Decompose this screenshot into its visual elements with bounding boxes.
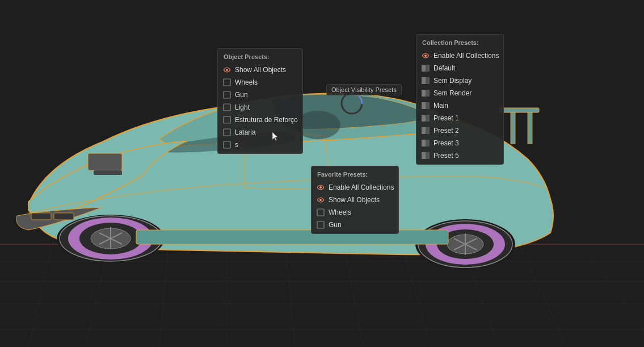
fav-wheels-item[interactable]: Wheels [312, 206, 398, 219]
svg-rect-46 [224, 91, 230, 98]
fav-wheels-label: Wheels [329, 208, 351, 216]
render-icon-sem-display [421, 76, 430, 85]
collection-icon-s [222, 140, 231, 149]
svg-rect-47 [224, 104, 230, 111]
svg-rect-45 [224, 79, 230, 86]
collection-icon-fav-gun [316, 220, 325, 229]
svg-rect-61 [422, 115, 426, 122]
collection-icon-gun [222, 90, 231, 99]
wheels-label: Wheels [235, 78, 258, 86]
svg-point-68 [319, 186, 322, 189]
collection-icon-fav-wheels [316, 208, 325, 217]
collection-presets-menu: Collection Presets: Enable All Collectio… [416, 34, 504, 165]
render-icon-sem-render [421, 89, 430, 98]
object-presets-menu: Object Presets: Show All Objects Wheels … [217, 48, 303, 154]
estrutura-item[interactable]: Estrutura de Reforço [218, 114, 302, 126]
svg-rect-21 [54, 213, 74, 220]
svg-rect-63 [422, 127, 426, 134]
svg-rect-19 [94, 170, 122, 175]
collection-icon-lataria [222, 128, 231, 137]
default-label: Default [433, 64, 455, 72]
render-icon-main [421, 101, 430, 110]
collection-presets-header: Collection Presets: [416, 37, 503, 49]
eye-icon [222, 65, 231, 74]
svg-rect-41 [136, 230, 448, 244]
fav-gun-label: Gun [329, 221, 342, 229]
estrutura-label: Estrutura de Reforço [235, 116, 298, 124]
favorite-presets-header: Favorite Presets: [312, 169, 398, 181]
svg-rect-70 [317, 209, 324, 216]
svg-point-69 [319, 199, 322, 201]
enable-all-collections-item[interactable]: Enable All Collections [416, 49, 503, 62]
preset2-label: Preset 2 [433, 127, 459, 135]
fav-enable-all-item[interactable]: Enable All Collections [312, 181, 398, 194]
default-item[interactable]: Default [416, 62, 503, 74]
svg-rect-59 [422, 102, 426, 109]
preset2-item[interactable]: Preset 2 [416, 124, 503, 137]
preset5-label: Preset 5 [433, 152, 459, 160]
preset1-label: Preset 1 [433, 114, 459, 122]
eye-icon-collections [421, 51, 430, 60]
svg-point-44 [226, 69, 228, 71]
svg-rect-55 [422, 77, 426, 84]
fav-gun-item[interactable]: Gun [312, 219, 398, 231]
svg-rect-65 [422, 140, 426, 147]
sem-display-item[interactable]: Sem Display [416, 74, 503, 87]
render-icon-preset3 [421, 139, 430, 148]
gun-label: Gun [235, 91, 248, 99]
preset3-label: Preset 3 [433, 139, 459, 147]
render-icon-preset1 [421, 114, 430, 123]
enable-all-collections-label: Enable All Collections [433, 52, 499, 60]
gun-item[interactable]: Gun [218, 89, 302, 101]
show-all-objects-item[interactable]: Show All Objects [218, 64, 302, 76]
sem-display-label: Sem Display [433, 77, 472, 85]
svg-rect-50 [224, 141, 230, 148]
fav-enable-all-label: Enable All Collections [329, 183, 394, 191]
collection-icon-light [222, 103, 231, 112]
svg-rect-39 [511, 112, 515, 144]
main-item[interactable]: Main [416, 99, 503, 112]
svg-rect-53 [422, 65, 426, 72]
s-item[interactable]: s [218, 139, 302, 151]
svg-rect-20 [31, 213, 51, 220]
svg-rect-48 [224, 116, 230, 123]
lataria-label: Lataria [235, 128, 256, 136]
svg-point-51 [424, 55, 427, 57]
svg-rect-71 [317, 221, 324, 228]
collection-icon-estrutura [222, 115, 231, 124]
sem-render-item[interactable]: Sem Render [416, 87, 503, 99]
collection-icon-wheels [222, 78, 231, 87]
s-label: s [235, 141, 238, 149]
main-label: Main [433, 102, 448, 110]
fav-show-all-item[interactable]: Show All Objects [312, 194, 398, 206]
svg-rect-49 [224, 129, 230, 136]
visibility-label-text: Object Visibility Presets [331, 86, 397, 93]
object-presets-header: Object Presets: [218, 51, 302, 64]
fav-show-all-label: Show All Objects [329, 196, 380, 204]
render-icon-preset5 [421, 151, 430, 160]
sem-render-label: Sem Render [433, 89, 472, 97]
mouse-cursor [272, 132, 279, 142]
wheels-item[interactable]: Wheels [218, 76, 302, 89]
render-icon-preset2 [421, 126, 430, 135]
eye-icon-fav-show [316, 195, 325, 204]
lataria-item[interactable]: Lataria [218, 126, 302, 139]
light-label: Light [235, 103, 250, 111]
preset1-item[interactable]: Preset 1 [416, 112, 503, 124]
svg-rect-40 [528, 112, 532, 144]
render-icon-default [421, 64, 430, 73]
eye-icon-fav-enable [316, 183, 325, 192]
svg-rect-38 [499, 108, 539, 112]
light-item[interactable]: Light [218, 101, 302, 114]
svg-rect-18 [88, 153, 122, 170]
preset5-item[interactable]: Preset 5 [416, 149, 503, 162]
preset3-item[interactable]: Preset 3 [416, 137, 503, 149]
visibility-presets-label: Object Visibility Presets [326, 84, 402, 95]
svg-rect-57 [422, 90, 426, 97]
svg-rect-67 [422, 152, 426, 159]
favorite-presets-menu: Favorite Presets: Enable All Collections… [311, 166, 399, 234]
show-all-objects-label: Show All Objects [235, 66, 286, 74]
